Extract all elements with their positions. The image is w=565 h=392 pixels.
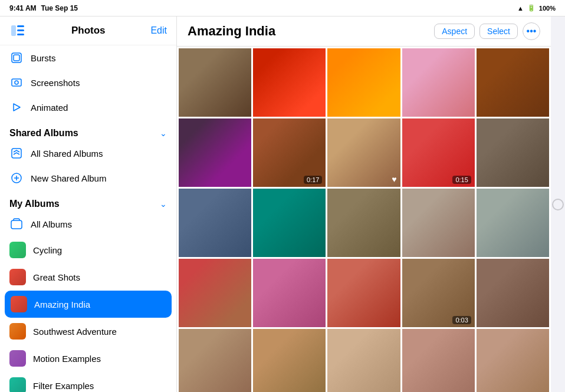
photo-cell-12[interactable] <box>253 189 326 257</box>
photo-cell-23[interactable] <box>327 329 400 392</box>
sidebar-header: Photos Edit <box>0 17 176 45</box>
amazing-india-thumb <box>11 296 27 312</box>
photo-cell-1[interactable] <box>179 48 251 117</box>
time: 9:41 AM <box>9 4 37 12</box>
more-button[interactable]: ••• <box>523 22 540 40</box>
status-bar: 9:41 AM Tue Sep 15 ▲ 🔋 100% <box>0 0 565 17</box>
home-indicator-area <box>551 17 565 392</box>
my-albums-header-label: My Albums <box>9 199 60 209</box>
sidebar-title: Photos <box>71 25 106 37</box>
photo-cell-22[interactable] <box>253 329 326 392</box>
svg-rect-0 <box>11 25 16 36</box>
sidebar-item-bursts[interactable]: Bursts <box>0 45 176 70</box>
battery-icon: 🔋 <box>527 4 536 12</box>
great-shots-label: Great Shots <box>33 272 80 282</box>
album-title: Amazing India <box>188 24 275 39</box>
sidebar-item-filter[interactable]: Filter Examples <box>0 372 176 392</box>
sidebar-item-southwest[interactable]: Southwest Adventure <box>0 318 176 345</box>
content-header: Amazing India Aspect Select ••• <box>177 17 551 47</box>
photo-cell-7[interactable]: 0:17 <box>253 118 326 187</box>
southwest-thumb <box>9 323 26 340</box>
photo-cell-24[interactable] <box>402 329 475 392</box>
svg-rect-5 <box>14 55 19 61</box>
shared-albums-section: Shared Albums ⌄ <box>0 120 176 141</box>
photo-cell-15[interactable] <box>477 189 549 257</box>
photo-cell-2[interactable] <box>253 48 326 117</box>
burst-icon <box>9 51 24 65</box>
select-button[interactable]: Select <box>479 24 518 39</box>
aspect-button[interactable]: Aspect <box>434 24 475 39</box>
sidebar-item-animated[interactable]: Animated <box>0 95 176 120</box>
shared-albums-chevron[interactable]: ⌄ <box>160 129 167 138</box>
filter-label: Filter Examples <box>33 381 94 391</box>
screenshots-label: Screenshots <box>31 78 80 88</box>
sidebar-item-amazing-india[interactable]: Amazing India <box>5 291 172 318</box>
video-duration-19: 0:03 <box>452 316 471 324</box>
new-shared-icon <box>9 171 24 185</box>
motion-thumb <box>9 350 26 367</box>
svg-rect-6 <box>12 79 21 86</box>
video-duration-7: 0:17 <box>304 176 322 184</box>
sidebar-item-motion[interactable]: Motion Examples <box>0 345 176 372</box>
amazing-india-label: Amazing India <box>34 299 90 309</box>
heart-icon-8: ♥ <box>392 174 396 184</box>
battery-percent: 100% <box>539 5 556 12</box>
photo-cell-21[interactable] <box>179 329 251 392</box>
svg-rect-2 <box>17 29 24 31</box>
photo-cell-11[interactable] <box>179 189 251 257</box>
cycling-thumb <box>9 242 26 258</box>
svg-point-7 <box>15 81 18 84</box>
main-content: Amazing India Aspect Select ••• 0:17♥0:1… <box>177 17 551 392</box>
photo-cell-18[interactable] <box>327 259 400 327</box>
photo-cell-10[interactable] <box>477 118 549 187</box>
sidebar-item-new-shared[interactable]: New Shared Album <box>0 166 176 190</box>
wifi-icon: ▲ <box>517 5 524 12</box>
sidebar-content: Bursts Screenshots Animated Shared Album… <box>0 45 176 392</box>
sidebar-item-great-shots[interactable]: Great Shots <box>0 263 176 291</box>
sidebar-item-all-shared[interactable]: All Shared Albums <box>0 141 176 166</box>
photo-cell-16[interactable] <box>179 259 251 327</box>
sidebar-item-cycling[interactable]: Cycling <box>0 236 176 263</box>
svg-marker-8 <box>14 104 20 111</box>
header-actions: Aspect Select ••• <box>434 22 540 40</box>
all-albums-label: All Albums <box>31 219 72 229</box>
sidebar-item-screenshots[interactable]: Screenshots <box>0 70 176 95</box>
motion-label: Motion Examples <box>33 354 101 364</box>
new-shared-label: New Shared Album <box>31 173 106 183</box>
southwest-label: Southwest Adventure <box>33 327 117 337</box>
all-shared-icon <box>9 146 24 160</box>
photo-cell-14[interactable] <box>402 189 475 257</box>
photo-cell-19[interactable]: 0:03 <box>402 259 475 327</box>
filter-thumb <box>9 377 26 392</box>
date: Tue Sep 15 <box>41 4 78 12</box>
svg-rect-13 <box>11 220 22 229</box>
shared-albums-header-label: Shared Albums <box>9 128 78 139</box>
all-albums-icon <box>9 217 24 231</box>
photo-cell-5[interactable] <box>477 48 549 117</box>
photo-cell-17[interactable] <box>253 259 326 327</box>
photo-cell-4[interactable] <box>402 48 475 117</box>
screenshot-icon <box>9 75 24 90</box>
photo-cell-13[interactable] <box>327 189 400 257</box>
photo-grid: 0:17♥0:150:03 <box>177 47 551 392</box>
photo-cell-8[interactable]: ♥ <box>327 118 400 187</box>
cycling-label: Cycling <box>33 245 62 255</box>
svg-rect-3 <box>17 34 24 35</box>
animated-icon <box>9 100 24 114</box>
sidebar-toggle-button[interactable] <box>9 22 26 39</box>
photo-cell-20[interactable] <box>477 259 549 327</box>
animated-label: Animated <box>31 103 68 113</box>
video-duration-9: 0:15 <box>452 176 471 184</box>
more-icon: ••• <box>527 26 537 37</box>
sidebar-item-all-albums[interactable]: All Albums <box>0 212 176 236</box>
sidebar-edit-button[interactable]: Edit <box>150 25 167 36</box>
bursts-label: Bursts <box>31 53 56 63</box>
all-shared-label: All Shared Albums <box>31 149 103 159</box>
great-shots-thumb <box>9 269 26 285</box>
home-button[interactable] <box>552 199 564 210</box>
photo-cell-9[interactable]: 0:15 <box>402 118 475 187</box>
my-albums-chevron[interactable]: ⌄ <box>160 199 167 209</box>
photo-cell-3[interactable] <box>327 48 400 117</box>
photo-cell-25[interactable] <box>477 329 549 392</box>
photo-cell-6[interactable] <box>179 118 251 187</box>
